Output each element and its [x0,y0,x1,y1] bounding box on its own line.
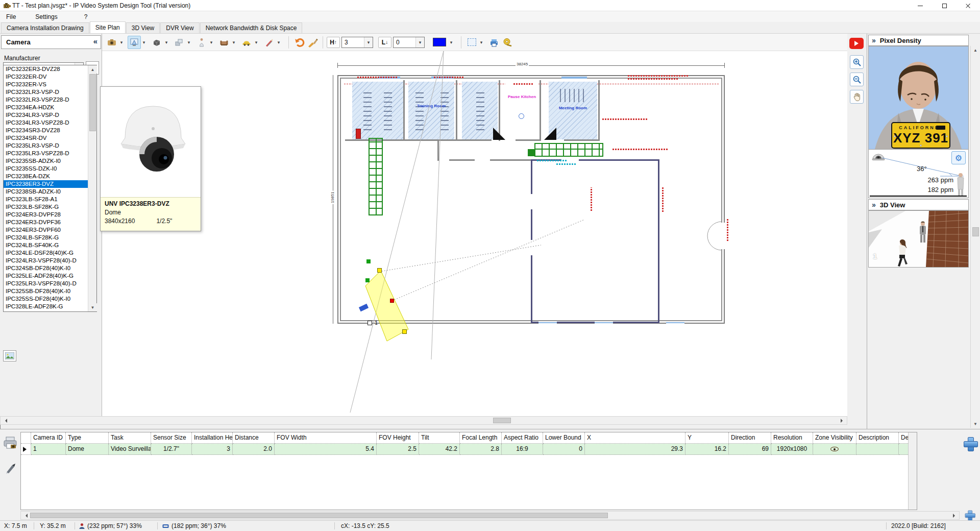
tab-site-plan[interactable]: Site Plan [90,21,126,33]
cell-direction[interactable]: 69 [729,444,771,455]
color-picker-button[interactable] [431,36,448,49]
model-option[interactable]: IPC325SS-DF28(40)K-I0 [4,295,88,303]
undo-button[interactable] [292,36,306,49]
model-option[interactable]: IPC324LR3-VSPF28(40)-D [4,257,88,264]
model-option[interactable]: IPC323LB-SF28K-G [4,203,88,211]
chevron-collapse-icon[interactable]: » [872,201,876,209]
camera-target-handle[interactable] [390,299,394,303]
maximize-button[interactable] [933,0,956,11]
scroll-right-icon[interactable] [950,512,959,519]
vehicle-tool-dropdown[interactable]: ▾ [253,36,259,49]
furniture-tool-button[interactable] [217,36,231,49]
menu-help[interactable]: ? [78,12,94,21]
vehicle-tool-button[interactable] [240,36,253,49]
fov-handle[interactable] [377,268,382,273]
measure-tape-button[interactable] [501,36,514,49]
video-tutorial-button[interactable] [849,38,864,49]
column-header-installation-hei-[interactable]: Installation Hei... [192,432,233,444]
pan-tool-button[interactable] [850,90,864,104]
wall-snap-handle[interactable] [365,278,370,282]
box-tool-dropdown[interactable]: ▾ [163,36,169,49]
person-tool-dropdown[interactable]: ▾ [208,36,214,49]
cell-x[interactable]: 29.3 [585,444,685,455]
model-option[interactable]: IPC3238EA-DZK [4,173,88,180]
cell-zone-visibility[interactable] [813,444,856,455]
tab-camera-installation-drawing[interactable]: Camera Installation Drawing [1,22,89,33]
cell-resolution[interactable]: 1920x1080 [771,444,813,455]
scroll-up-icon[interactable]: ▲ [971,46,980,54]
column-header-task[interactable]: Task [109,432,151,444]
scrollbar-thumb[interactable] [493,418,511,423]
model-option[interactable]: IPC3235SB-ADZK-I0 [4,157,88,165]
cell-fov-width[interactable]: 5.4 [275,444,377,455]
box-tool-button[interactable] [150,36,163,49]
objects-tool-button[interactable] [173,36,186,49]
column-header-fov-width[interactable]: FOV Width [275,432,377,444]
minimize-button[interactable] [909,0,932,11]
person-tool-button[interactable] [195,36,208,49]
model-option[interactable]: IPC3235SS-DZK-I0 [4,165,88,173]
model-option[interactable]: IPC324LE-DSF28(40)K-G [4,249,88,257]
model-option[interactable]: IPC324LB-SF28K-G [4,234,88,242]
column-header-camera-id[interactable]: Camera ID [31,432,66,444]
model-option[interactable]: IPC3234SR3-DVZ28 [4,127,88,134]
column-header-description[interactable]: Description [856,432,899,444]
column-header-aspect-ratio[interactable]: Aspect Ratio [502,432,543,444]
color-picker-dropdown[interactable]: ▾ [448,36,454,49]
cell-camera-id[interactable]: 1 [31,444,66,455]
camera-row-1[interactable]: 1DomeVideo Surveillance1/2.7"32.05.42.54… [21,444,917,455]
selection-tool-dropdown[interactable]: ▾ [478,36,484,49]
format-brush-button[interactable] [306,36,319,49]
length-combobox[interactable]: 0▾ [393,37,425,48]
scroll-right-icon[interactable] [838,417,847,424]
model-option[interactable]: IPC323LB-SF28-A1 [4,196,88,203]
objects-tool-dropdown[interactable]: ▾ [186,36,192,49]
cell-focal-length[interactable]: 2.8 [460,444,502,455]
zoom-out-button[interactable] [850,73,864,86]
scroll-left-icon[interactable] [1,417,9,424]
close-button[interactable] [957,0,979,11]
column-header-distance[interactable]: Distance [233,432,275,444]
column-header-x[interactable]: X [585,432,685,444]
column-header-type[interactable]: Type [66,432,109,444]
add-row-button[interactable] [963,510,977,521]
add-camera-button[interactable] [962,434,978,453]
scroll-up-icon[interactable]: ▲ [88,65,97,74]
cell-sensor-size[interactable]: 1/2.7" [151,444,192,455]
column-header-lower-bound[interactable]: Lower Bound [543,432,585,444]
scrollbar-thumb[interactable] [89,74,96,131]
3d-view-header[interactable]: » 3D View [868,199,969,210]
cell-installation-hei-[interactable]: 3 [192,444,233,455]
grid-h-scrollbar[interactable] [20,511,960,520]
tab-dvr-view[interactable]: DVR View [160,22,199,33]
length-label-button[interactable]: L↓ [378,37,391,48]
zoom-in-button[interactable] [850,55,864,69]
chevron-collapse-icon[interactable]: » [872,36,876,44]
zone-visibility-eye-icon[interactable] [830,447,839,451]
cell-y[interactable]: 16.2 [685,444,729,455]
model-option[interactable]: IPC3234EA-HDZK [4,104,88,111]
cell-tilt[interactable]: 42.2 [419,444,460,455]
image-button[interactable] [3,350,16,361]
column-header-direction[interactable]: Direction [729,432,771,444]
model-option[interactable]: IPC324LB-SF40K-G [4,242,88,249]
model-option[interactable]: IPC324ER3-DVPF36 [4,219,88,226]
model-option[interactable]: IPC3234SR-DV [4,134,88,142]
draw-tool-dropdown[interactable]: ▾ [276,36,282,49]
scrollbar-thumb[interactable] [972,227,979,236]
grid-v-scrollbar[interactable] [908,432,917,510]
camera-1-marker[interactable] [368,321,372,325]
model-option[interactable]: IPC325LE-ADF28(40)K-G [4,272,88,280]
scroll-left-icon[interactable] [21,512,30,519]
column-header-y[interactable]: Y [685,432,729,444]
cell-lower-bound[interactable]: 0 [543,444,585,455]
column-header-dea[interactable]: Dea [899,432,909,444]
pixel-density-header[interactable]: » Pixel Density [868,35,969,46]
wall-snap-handle[interactable] [366,259,371,263]
column-header-zone-visibility[interactable]: Zone Visibility [813,432,856,444]
model-option[interactable]: IPC3234LR3-VSP-D [4,111,88,119]
photo-camera-tool-button[interactable] [105,36,118,49]
model-list-scrollbar[interactable]: ▲ ▼ [88,65,96,311]
model-option[interactable]: IPC324ER3-DVPF28 [4,211,88,219]
model-option[interactable]: IPC3238SB-ADZK-I0 [4,188,88,196]
